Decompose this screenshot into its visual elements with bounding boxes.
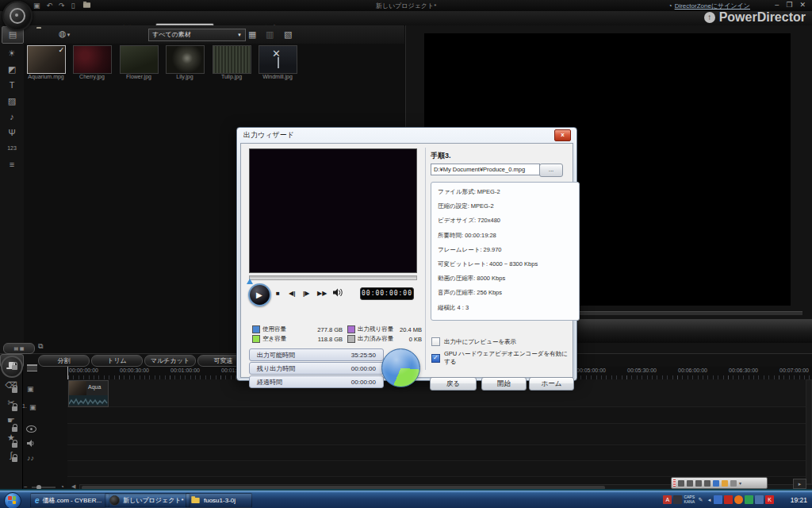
detach-clip-icon[interactable]: ▦ [248, 29, 256, 40]
media-thumb-aquarium[interactable]: ✓ [27, 45, 66, 74]
directorzone-signin-link[interactable]: ◔ DirectorZoneにサインイン [668, 2, 750, 10]
lock-icon[interactable] [12, 443, 17, 448]
ime-menu-icon[interactable]: ▾ [739, 480, 741, 486]
start-button[interactable]: 開始 [481, 377, 527, 391]
checkbox-icon[interactable] [431, 354, 440, 363]
next-frame-button[interactable]: |▶ [303, 290, 309, 297]
voice-track[interactable] [67, 462, 812, 477]
film-reel-icon [10, 8, 25, 24]
eraser-tool-icon[interactable]: ⌫ [0, 380, 22, 391]
playhead[interactable] [67, 367, 68, 379]
tray-expand-icon[interactable]: ◂ [707, 495, 712, 504]
ime-pad-icon[interactable] [704, 480, 710, 487]
ime-input-mode-icon[interactable] [678, 480, 684, 487]
ime-tool-icon[interactable] [713, 480, 719, 487]
stop-button[interactable]: ■ [276, 290, 280, 297]
magic-wand-tool-icon[interactable]: ★ [0, 433, 22, 443]
timeline-zoom-slider[interactable] [32, 487, 56, 488]
close-button[interactable]: ✕ [799, 1, 806, 9]
timeline-vscrollbar[interactable] [806, 379, 812, 484]
split-button[interactable]: 分割 [38, 355, 90, 367]
previous-frame-button[interactable]: ◀| [289, 290, 295, 297]
volume-button[interactable] [333, 288, 343, 298]
info-audio-bitrate: 音声の圧縮率: 256 Kbps [438, 289, 579, 303]
tray-k-icon[interactable]: K [765, 495, 774, 504]
multicut-button[interactable]: マルチカット [144, 355, 196, 367]
track-manager-icon[interactable]: ⧉ [38, 342, 49, 352]
lock-icon[interactable] [12, 388, 17, 393]
tray-network-icon[interactable] [755, 495, 764, 504]
ime-dictionary-icon[interactable] [722, 480, 728, 487]
eye-track-icon [26, 425, 36, 433]
taskbar-item-browser[interactable]: e 価格.com - CYBER... [30, 493, 109, 508]
tray-update-icon[interactable] [745, 495, 753, 504]
used-color-swatch [252, 325, 260, 333]
checkbox-icon[interactable] [431, 337, 440, 346]
magic-motion-tool-icon[interactable]: ʃ [0, 450, 22, 460]
lock-icon[interactable] [12, 457, 17, 462]
media-thumb-windmill[interactable]: ✕ [259, 45, 297, 74]
globe-icon: ◔ [668, 2, 672, 10]
media-thumb-flower[interactable] [120, 45, 159, 74]
restore-button[interactable]: ❐ [786, 1, 792, 9]
scissors-tool-icon[interactable]: ✂ [0, 398, 22, 408]
track-view-toggle[interactable]: ▤ ▦ [3, 343, 35, 354]
checkbox-label: GPU ハードウェアビデオエンコーダを有効にする [444, 350, 573, 366]
play-button[interactable] [248, 283, 271, 306]
back-button[interactable]: 戻る [430, 377, 477, 391]
title-room-button[interactable]: T [2, 78, 22, 92]
dialog-seek-slider[interactable] [249, 275, 417, 280]
language-bar-minimize[interactable]: ▸ [793, 479, 806, 489]
lock-icon[interactable] [12, 406, 17, 411]
show-preview-option[interactable]: 出力中にプレビューを表示 [431, 337, 516, 346]
trim-button[interactable]: トリム [91, 355, 143, 367]
dialog-close-button[interactable]: x [554, 129, 571, 141]
transition-room-button[interactable]: ▨ [2, 94, 22, 108]
download-media-icon[interactable]: ◍▼ [59, 28, 71, 40]
powerdirector-icon [109, 495, 120, 506]
step-label: 手順3. [431, 151, 451, 161]
start-button-orb[interactable] [4, 492, 21, 508]
lock-icon[interactable] [12, 365, 17, 370]
timeline-clip-aquarium[interactable]: Aqua [68, 380, 109, 407]
subtitle-room-button[interactable]: ≡ [2, 157, 22, 171]
ime-language-bar[interactable]: ▾ [671, 477, 768, 489]
effect-track[interactable] [67, 407, 812, 424]
fast-forward-button[interactable]: ▶▶ [317, 290, 327, 297]
ime-conversion-icon[interactable] [687, 480, 693, 487]
gpu-encoder-option[interactable]: GPU ハードウェアビデオエンコーダを有効にする [431, 350, 573, 366]
home-button[interactable]: ホーム [529, 377, 574, 391]
tray-caps-kana-indicator[interactable]: CAPSKANA [684, 495, 695, 504]
title-bar: ▣ ↶ ↷ ▯ 新しいプロジェクト* ◔ DirectorZoneにサインイン … [0, 0, 812, 11]
taskbar-item-powerdirector[interactable]: 新しいプロジェクト* [105, 493, 190, 508]
minimize-button[interactable]: – [775, 1, 779, 9]
media-thumb-tulip[interactable] [213, 45, 251, 74]
tray-antivirus-icon[interactable]: A [663, 495, 672, 504]
producible-time-row: 出力可能時間35:25:50 [249, 348, 384, 361]
taskbar-item-folder[interactable]: fuosu1-3-0j [186, 493, 252, 508]
media-thumb-lily[interactable] [166, 45, 205, 74]
profile-info-box: ファイル形式: MPEG-2 圧縮の設定: MPEG-2 ビデオサイズ: 720… [431, 182, 580, 321]
effect-room-button[interactable]: ☀ [2, 46, 22, 60]
ime-help-icon[interactable] [730, 480, 737, 487]
media-filter-select[interactable]: すべての素材▼ [148, 29, 246, 41]
library-menu-icon[interactable]: ▧ [284, 29, 292, 40]
pip-track[interactable] [67, 424, 812, 445]
subtitle-track[interactable] [67, 446, 812, 461]
lock-icon[interactable] [12, 427, 17, 432]
ime-grip[interactable] [673, 479, 676, 487]
ime-keyboard-icon[interactable] [695, 480, 702, 487]
voiceover-room-button[interactable]: Ψ [2, 125, 22, 140]
chapter-room-button[interactable]: 123 [2, 141, 22, 156]
media-thumb-cherry[interactable] [73, 45, 112, 74]
tray-firewall-icon[interactable] [734, 495, 743, 504]
output-path-input[interactable]: D:¥My Document¥Produce_0.mpg [431, 164, 540, 175]
hand-tool-icon[interactable]: ☛ [0, 415, 22, 425]
seek-marker-icon[interactable] [247, 279, 253, 284]
tray-messenger-icon[interactable] [714, 495, 722, 504]
browse-button[interactable]: ... [539, 164, 563, 177]
tray-ati-icon[interactable] [724, 495, 733, 504]
tray-pen-icon[interactable]: ✎ [696, 495, 705, 504]
audio-mixing-room-button[interactable]: ♪ [2, 110, 22, 124]
tray-shield-icon[interactable] [673, 495, 682, 504]
